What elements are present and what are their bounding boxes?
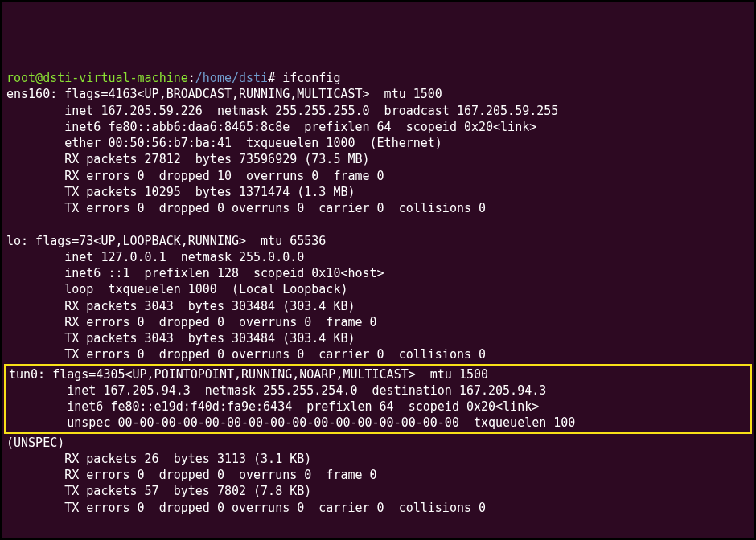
ens160-inet-line: inet 167.205.59.226 netmask 255.255.255.… (6, 104, 558, 118)
ens160-rx-errors-line: RX errors 0 dropped 10 overruns 0 frame … (6, 169, 384, 183)
tun0-flags-line: tun0: flags=4305<UP,POINTOPOINT,RUNNING,… (9, 367, 488, 382)
lo-rx-packets-line: RX packets 3043 bytes 303484 (303.4 KB) (6, 299, 355, 313)
terminal-output[interactable]: root@dsti-virtual-machine:/home/dsti# if… (6, 70, 750, 516)
lo-tx-packets-line: TX packets 3043 bytes 303484 (303.4 KB) (6, 331, 355, 346)
tun0-inet6-line: inet6 fe80::e19d:f40d:fa9e:6434 prefixle… (9, 399, 539, 414)
tun0-unspec-line: unspec 00-00-00-00-00-00-00-00-00-00-00-… (9, 415, 575, 430)
prompt-user-host: root@dsti-virtual-machine (6, 71, 188, 85)
tun0-rx-packets-line: RX packets 26 bytes 3113 (3.1 KB) (6, 452, 311, 466)
ens160-rx-packets-line: RX packets 27812 bytes 73596929 (73.5 MB… (6, 152, 370, 166)
ens160-tx-errors-line: TX errors 0 dropped 0 overruns 0 carrier… (6, 201, 486, 215)
lo-inet6-line: inet6 ::1 prefixlen 128 scopeid 0x10<hos… (6, 266, 384, 280)
ens160-ether-line: ether 00:50:56:b7:ba:41 txqueuelen 1000 … (6, 136, 442, 150)
tun0-inet-line: inet 167.205.94.3 netmask 255.255.254.0 … (9, 383, 546, 398)
ens160-tx-packets-line: TX packets 10295 bytes 1371474 (1.3 MB) (6, 185, 355, 199)
lo-flags-line: lo: flags=73<UP,LOOPBACK,RUNNING> mtu 65… (6, 234, 326, 248)
ens160-inet6-line: inet6 fe80::abb6:daa6:8465:8c8e prefixle… (6, 120, 536, 134)
tun0-rx-errors-line: RX errors 0 dropped 0 overruns 0 frame 0 (6, 468, 377, 482)
lo-loop-line: loop txqueuelen 1000 (Local Loopback) (6, 282, 347, 297)
tun0-tx-packets-line: TX packets 57 bytes 7802 (7.8 KB) (6, 484, 311, 498)
lo-inet-line: inet 127.0.0.1 netmask 255.0.0.0 (6, 250, 304, 264)
tun0-highlight-box: tun0: flags=4305<UP,POINTOPOINT,RUNNING,… (4, 364, 752, 434)
prompt-colon: : (188, 71, 195, 85)
prompt-line: root@dsti-virtual-machine:/home/dsti# if… (6, 71, 340, 85)
ens160-flags-line: ens160: flags=4163<UP,BROADCAST,RUNNING,… (6, 87, 442, 101)
tun0-tx-errors-line: TX errors 0 dropped 0 overruns 0 carrier… (6, 501, 486, 515)
lo-tx-errors-line: TX errors 0 dropped 0 overruns 0 carrier… (6, 347, 486, 362)
tun0-unspec-wrap-line: (UNSPEC) (6, 436, 64, 450)
prompt-hash: # (268, 71, 275, 85)
lo-rx-errors-line: RX errors 0 dropped 0 overruns 0 frame 0 (6, 315, 377, 329)
command-text: ifconfig (282, 71, 340, 85)
prompt-path: /home/dsti (195, 71, 268, 85)
